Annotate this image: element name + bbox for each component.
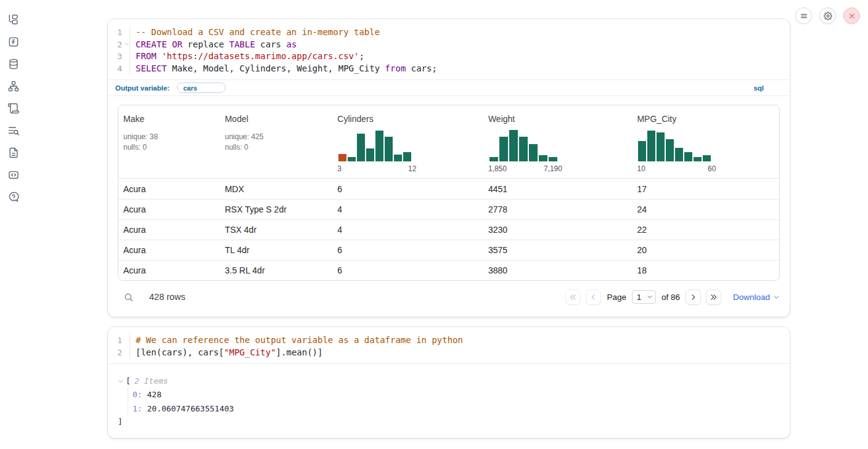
chevron-down-icon <box>773 294 780 301</box>
list-item: 0: 428 <box>133 387 780 402</box>
histogram-bar[interactable] <box>489 157 498 161</box>
list-output-items: 0: 4281: 20.060747663551403 <box>128 387 780 416</box>
line-number: 3 <box>108 51 129 63</box>
list-output-header: [ 2 Items <box>118 375 780 387</box>
line-number: 1 <box>108 26 129 39</box>
histogram-bar[interactable] <box>647 131 655 161</box>
items-count: 2 Items <box>134 375 168 387</box>
function-icon[interactable] <box>7 36 20 48</box>
column-name: Model <box>225 114 333 124</box>
table-cell: Acura <box>118 204 220 214</box>
histogram-bar[interactable] <box>499 137 508 161</box>
output-variable-row: Output variable: cars sql <box>108 79 790 96</box>
histogram-bar[interactable] <box>529 144 538 161</box>
python-code-editor[interactable]: 12 # We can reference the output variabl… <box>108 327 790 363</box>
histogram-bar[interactable] <box>539 155 547 161</box>
item-value: 428 <box>147 390 161 399</box>
histogram-bar[interactable] <box>357 134 365 161</box>
histogram-bar[interactable] <box>703 155 711 161</box>
column-stats: unique: 425nulls: 0 <box>225 132 333 153</box>
table-cell: 24 <box>632 204 779 214</box>
output-variable-input[interactable]: cars <box>177 83 226 93</box>
fold-chevron-icon[interactable] <box>124 41 129 47</box>
menu-button[interactable] <box>795 7 812 24</box>
histogram-bar[interactable] <box>519 137 528 161</box>
histogram-bar[interactable] <box>348 157 356 161</box>
histogram-bar[interactable] <box>549 157 557 161</box>
scroll-icon[interactable] <box>7 102 20 115</box>
prev-page-button[interactable] <box>586 289 601 305</box>
column-histogram: 1060 <box>637 129 779 173</box>
dependency-graph-icon[interactable] <box>7 80 20 92</box>
line-number-gutter: 12 <box>108 334 130 358</box>
table-cell: 4 <box>332 225 483 235</box>
marimo-app: 1234 -- Download a CSV and create an in-… <box>0 0 868 449</box>
histogram-bar[interactable] <box>684 152 692 161</box>
language-badge[interactable]: sql <box>753 84 764 92</box>
sql-code-editor[interactable]: 1234 -- Download a CSV and create an in-… <box>108 19 790 79</box>
first-page-button[interactable] <box>565 289 581 305</box>
code-line: [len(cars), cars["MPG_City"].mean()] <box>136 347 463 359</box>
page-total: of 86 <box>661 293 680 302</box>
search-icon[interactable] <box>123 292 134 302</box>
histogram-bar[interactable] <box>385 137 393 161</box>
histogram-bar[interactable] <box>675 148 683 161</box>
snippets-icon[interactable] <box>7 169 20 181</box>
download-label: Download <box>733 293 770 302</box>
table-row[interactable]: AcuraMDX6445117 <box>118 179 779 199</box>
histogram-bar[interactable] <box>375 131 383 161</box>
last-page-button[interactable] <box>706 289 721 305</box>
table-cell: TSX 4dr <box>220 225 333 235</box>
column-stats: unique: 38nulls: 0 <box>123 132 220 153</box>
column-header-cylinders[interactable]: Cylinders312 <box>332 105 483 178</box>
next-page-button[interactable] <box>686 289 701 305</box>
column-header-make[interactable]: Makeunique: 38nulls: 0 <box>118 105 220 178</box>
histogram-bar[interactable] <box>366 148 374 161</box>
histogram-bar[interactable] <box>403 152 411 161</box>
download-button[interactable]: Download <box>733 293 780 302</box>
python-output: [ 2 Items 0: 4281: 20.060747663551403 ] <box>108 363 790 428</box>
table-cell: 20 <box>632 245 779 255</box>
menu-icon <box>800 12 808 20</box>
sql-code[interactable]: -- Download a CSV and create an in-memor… <box>130 26 437 75</box>
line-number: 4 <box>108 63 129 75</box>
close-icon <box>848 12 856 20</box>
table-row[interactable]: AcuraTL 4dr6357520 <box>118 240 779 260</box>
histogram-bar[interactable] <box>509 130 518 161</box>
column-header-mpg_city[interactable]: MPG_City1060 <box>632 105 779 178</box>
histogram-bar[interactable] <box>657 132 665 161</box>
table-row[interactable]: AcuraRSX Type S 2dr4277824 <box>118 199 779 219</box>
column-header-weight[interactable]: Weight1,8507,190 <box>483 105 633 178</box>
table-row[interactable]: Acura3.5 RL 4dr6388018 <box>118 260 779 280</box>
histogram-min-label: 10 <box>637 164 645 173</box>
histogram-bar[interactable] <box>666 139 674 161</box>
open-bracket: [ <box>126 375 131 387</box>
table-cell: 3.5 RL 4dr <box>220 265 333 275</box>
file-tree-icon[interactable] <box>7 14 20 26</box>
page-select-value: 1 <box>637 293 641 302</box>
column-header-model[interactable]: Modelunique: 425nulls: 0 <box>220 105 333 178</box>
table-cell: 3880 <box>483 265 633 275</box>
output-variable-label: Output variable: <box>115 84 170 92</box>
document-icon[interactable] <box>7 147 20 159</box>
item-value: 20.060747663551403 <box>147 404 234 413</box>
histogram-bar[interactable] <box>694 157 702 161</box>
code-line: -- Download a CSV and create an in-memor… <box>136 26 437 39</box>
line-number: 1 <box>108 334 129 347</box>
close-button[interactable] <box>843 7 860 24</box>
column-histogram: 312 <box>337 129 483 173</box>
python-code[interactable]: # We can reference the output variable a… <box>130 334 463 358</box>
help-icon[interactable] <box>7 191 20 203</box>
table-row[interactable]: AcuraTSX 4dr4323022 <box>118 219 779 240</box>
collapse-chevron-icon[interactable] <box>118 378 124 384</box>
list-item: 1: 20.060747663551403 <box>133 402 780 416</box>
histogram-bar[interactable] <box>638 141 646 161</box>
database-icon[interactable] <box>7 58 20 70</box>
column-histogram: 1,8507,190 <box>488 129 633 173</box>
logs-icon[interactable] <box>7 124 20 137</box>
table-cell: Acura <box>118 225 220 235</box>
histogram-bar[interactable] <box>338 154 346 161</box>
settings-button[interactable] <box>819 7 836 24</box>
page-select[interactable]: 1 <box>632 290 656 304</box>
histogram-bar[interactable] <box>394 155 402 161</box>
